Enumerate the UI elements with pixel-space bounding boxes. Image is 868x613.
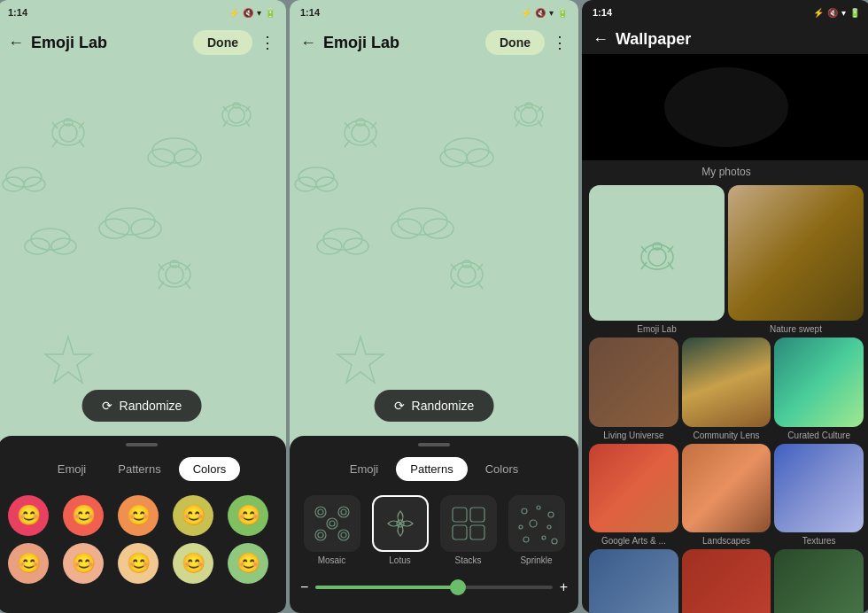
screens-container: 1:14 ⚡ 🔇 ▾ 🔋 ← Emoji Lab Done ⋮	[0, 0, 868, 613]
color-circle-1[interactable]: 😊	[8, 495, 49, 536]
svg-line-38	[345, 140, 350, 147]
color-circle-3[interactable]: 😊	[118, 495, 159, 536]
color-circle-5[interactable]: 😊	[228, 495, 268, 536]
tab-patterns-1[interactable]: Patterns	[104, 457, 174, 481]
wallpaper-row-4	[589, 549, 864, 613]
svg-point-42	[440, 149, 467, 167]
wp-item-landscapes[interactable]: Landscapes	[682, 444, 771, 547]
color-circle-2[interactable]: 😊	[63, 495, 104, 536]
slider-thumb[interactable]	[450, 579, 466, 595]
color-circle-8[interactable]: 😊	[118, 543, 159, 584]
wp-item-bottom3[interactable]	[774, 549, 864, 613]
wp-thumb-textures	[774, 444, 864, 533]
svg-rect-82	[470, 525, 484, 539]
bolt-icon-3: ⚡	[813, 8, 824, 18]
wp-item-nature[interactable]: Nature swept	[728, 185, 864, 334]
svg-rect-79	[453, 508, 467, 522]
preview-area	[582, 54, 868, 160]
svg-point-57	[462, 260, 471, 268]
wp-item-living[interactable]: Living Universe	[589, 338, 678, 440]
color-circle-10[interactable]: 😊	[228, 543, 268, 584]
pattern-sprinkle[interactable]: Sprinkle	[505, 495, 568, 565]
mute-icon-2: 🔇	[535, 8, 546, 18]
pattern-grid: Mosaic	[290, 495, 578, 576]
done-button-1[interactable]: Done	[193, 30, 252, 55]
wp-item-curated[interactable]: Curated Culture	[774, 338, 864, 440]
pattern-svg-2	[290, 60, 578, 436]
sprinkle-svg	[514, 500, 560, 547]
wp-item-bottom2[interactable]	[682, 549, 771, 613]
svg-point-87	[530, 520, 537, 527]
svg-point-91	[552, 539, 557, 544]
color-circle-4[interactable]: 😊	[173, 495, 213, 536]
pattern-mosaic[interactable]: Mosaic	[300, 495, 363, 565]
svg-line-27	[185, 282, 190, 289]
color-circle-6[interactable]: 😊	[8, 543, 49, 584]
tab-emoji-1[interactable]: Emoji	[43, 457, 101, 481]
svg-rect-81	[453, 525, 467, 539]
wp-item-textures[interactable]: Textures	[774, 444, 864, 547]
wp-item-emoji-lab[interactable]: Emoji Lab	[589, 185, 725, 334]
svg-point-1	[59, 124, 77, 142]
wallpaper-row-2: Living Universe Community Lens Curated C…	[589, 338, 864, 440]
wp-label-landscapes: Landscapes	[702, 536, 750, 546]
tab-patterns-2[interactable]: Patterns	[396, 457, 467, 481]
wp-label-google-arts: Google Arts & ...	[601, 536, 666, 546]
wp-item-bottom1[interactable]	[589, 549, 678, 613]
screen-title-2: Emoji Lab	[323, 34, 478, 52]
color-circle-9[interactable]: 😊	[173, 543, 213, 584]
lotus-label: Lotus	[389, 555, 410, 565]
screen3-wallpaper: 1:14 ⚡ 🔇 ▾ 🔋 ← Wallpaper My photos	[582, 0, 868, 613]
svg-line-61	[477, 282, 483, 289]
svg-point-89	[523, 537, 529, 542]
tab-colors-2[interactable]: Colors	[471, 457, 533, 481]
back-button-1[interactable]: ←	[8, 34, 24, 52]
wp-item-community[interactable]: Community Lens	[682, 338, 771, 440]
svg-point-62	[323, 229, 362, 250]
slider-minus[interactable]: −	[300, 579, 308, 595]
svg-point-22	[166, 266, 183, 283]
sprinkle-thumb	[508, 495, 565, 552]
status-icons-1: ⚡ 🔇 ▾ 🔋	[229, 8, 275, 18]
stacks-label: Stacks	[454, 555, 481, 565]
color-circle-7[interactable]: 😊	[63, 543, 104, 584]
back-button-3[interactable]: ←	[593, 30, 608, 49]
tab-emoji-2[interactable]: Emoji	[336, 457, 393, 481]
wp-item-google-arts[interactable]: Google Arts & ...	[589, 444, 678, 547]
bottom-sheet-1: Emoji Patterns Colors 😊 😊 😊 😊 😊 😊 😊 😊 😊 …	[0, 436, 286, 613]
emoji-lab-bg2: 1:14 ⚡ 🔇 ▾ 🔋 ← Emoji Lab Done ⋮	[290, 0, 578, 613]
menu-icon-1[interactable]: ⋮	[260, 33, 275, 52]
wp-label-emoji-lab: Emoji Lab	[637, 324, 676, 334]
slider-plus[interactable]: +	[560, 579, 568, 595]
tab-colors-1[interactable]: Colors	[179, 457, 241, 481]
wp-label-curated: Curated Culture	[787, 431, 850, 440]
slider-track[interactable]	[315, 586, 552, 589]
pattern-stacks[interactable]: Stacks	[437, 495, 500, 565]
svg-point-85	[548, 512, 554, 517]
bottom-sheet-2: Emoji Patterns Colors	[290, 436, 578, 613]
mosaic-svg	[309, 500, 355, 547]
svg-line-4	[52, 140, 58, 147]
svg-point-56	[458, 266, 476, 283]
svg-point-88	[547, 525, 551, 529]
screen-title-1: Emoji Lab	[31, 34, 186, 52]
tab-row-1: Emoji Patterns Colors	[0, 457, 286, 481]
mosaic-thumb	[304, 495, 360, 552]
randomize-button-2[interactable]: ⟳ Randomize	[375, 390, 494, 422]
wp-thumb-living-universe	[589, 338, 678, 427]
menu-icon-2[interactable]: ⋮	[552, 33, 568, 52]
back-button-2[interactable]: ←	[300, 34, 316, 52]
done-button-2[interactable]: Done	[485, 30, 545, 55]
screen1-emoji-lab-colors: 1:14 ⚡ 🔇 ▾ 🔋 ← Emoji Lab Done ⋮	[0, 0, 286, 613]
randomize-button-1[interactable]: ⟳ Randomize	[82, 390, 202, 422]
pattern-lotus[interactable]: Lotus	[368, 495, 431, 565]
svg-point-9	[174, 149, 201, 167]
battery-icon-1: 🔋	[265, 8, 275, 18]
wp-thumb-community-lens	[682, 338, 771, 427]
dice-icon-2: ⟳	[394, 399, 405, 413]
svg-line-60	[451, 282, 456, 289]
sheet-handle-2	[418, 443, 450, 446]
randomize-label-1: Randomize	[120, 399, 182, 413]
svg-marker-20	[45, 337, 91, 383]
wp-thumb-landscapes	[682, 444, 771, 533]
